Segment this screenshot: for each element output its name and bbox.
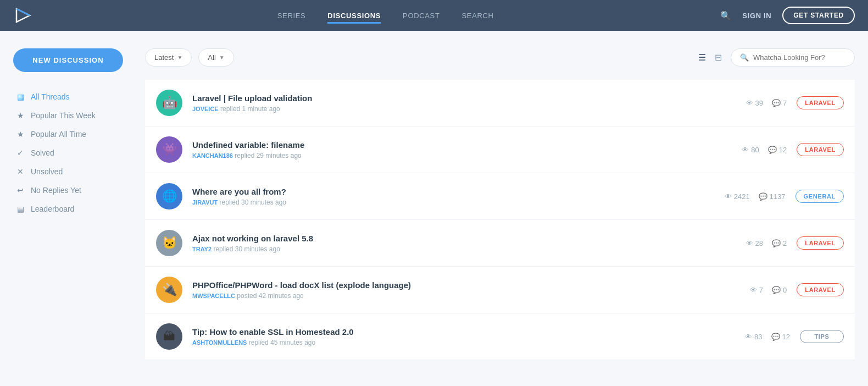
thread-author[interactable]: MWSPACELLC bbox=[192, 293, 235, 299]
thread-meta: JOVEICE replied 1 minute ago bbox=[192, 105, 700, 113]
logo[interactable] bbox=[13, 5, 33, 25]
thread-meta: KANCHAN186 replied 29 minutes ago bbox=[192, 152, 700, 159]
search-input[interactable] bbox=[753, 53, 845, 62]
view-icons: ☰ ⊟ bbox=[696, 50, 724, 65]
replies-icon: 💬 bbox=[772, 99, 781, 107]
thread-author[interactable]: JIRAVUT bbox=[192, 199, 218, 206]
thread-stats: 👁 2421 💬 1137 bbox=[709, 192, 786, 201]
popular-week-icon: ★ bbox=[15, 111, 25, 120]
sidebar-nav: ▦ All Threads ★ Popular This Week ★ Popu… bbox=[13, 87, 123, 218]
thread-item[interactable]: 🏔 Tip: How to enable SSL in Homestead 2.… bbox=[145, 313, 855, 360]
views-count: 2421 bbox=[734, 192, 750, 201]
thread-body: Laravel | File upload validation JOVEICE… bbox=[192, 93, 700, 113]
views-icon: 👁 bbox=[745, 333, 752, 341]
thread-title: Undefined variable: filename bbox=[192, 140, 700, 150]
list-view-icon[interactable]: ☰ bbox=[696, 50, 708, 65]
thread-author[interactable]: JOVEICE bbox=[192, 106, 219, 112]
navbar-right: 🔍 SIGN IN GET STARTED bbox=[720, 7, 855, 24]
sort-chevron-icon: ▼ bbox=[177, 54, 182, 60]
thread-author[interactable]: ASHTONMULLENS bbox=[192, 339, 247, 346]
replies-icon: 💬 bbox=[772, 239, 781, 247]
thread-avatar: 🤖 bbox=[156, 90, 182, 116]
thread-item[interactable]: 🔌 PHPOffice/PHPWord - load docX list (ex… bbox=[145, 267, 855, 313]
unsolved-icon: ✕ bbox=[15, 167, 25, 176]
thread-title: PHPOffice/PHPWord - load docX list (expl… bbox=[192, 280, 700, 290]
thread-action: replied bbox=[213, 245, 235, 253]
sidebar-label-leaderboard: Leaderboard bbox=[31, 205, 74, 213]
thread-stats: 👁 80 💬 12 bbox=[710, 146, 787, 154]
thread-tag[interactable]: LARAVEL bbox=[797, 143, 844, 156]
thread-views: 👁 7 bbox=[750, 286, 763, 294]
nav-links: SERIES DISCUSSIONS PODCAST SEARCH bbox=[51, 10, 720, 20]
thread-tag[interactable]: GENERAL bbox=[795, 190, 844, 203]
sidebar-label-all-threads: All Threads bbox=[31, 92, 70, 101]
all-threads-icon: ▦ bbox=[15, 92, 25, 101]
views-count: 28 bbox=[755, 239, 763, 247]
sidebar-item-no-replies[interactable]: ↩ No Replies Yet bbox=[13, 181, 123, 200]
thread-replies: 💬 7 bbox=[772, 99, 787, 107]
solved-icon: ✓ bbox=[15, 148, 25, 157]
nav-item-podcast[interactable]: PODCAST bbox=[403, 10, 439, 20]
thread-title: Ajax not working on laravel 5.8 bbox=[192, 234, 700, 243]
sidebar-item-popular-all[interactable]: ★ Popular All Time bbox=[13, 125, 123, 144]
sidebar-label-no-replies: No Replies Yet bbox=[31, 186, 81, 195]
thread-replies: 💬 1137 bbox=[759, 192, 786, 201]
sidebar-item-leaderboard[interactable]: ▤ Leaderboard bbox=[13, 200, 123, 218]
views-count: 39 bbox=[755, 99, 763, 107]
replies-count: 0 bbox=[783, 286, 787, 294]
replies-icon: 💬 bbox=[759, 192, 767, 201]
content-area: Latest ▼ All ▼ ☰ ⊟ 🔍 🤖 Laravel | File up… bbox=[145, 48, 855, 360]
getstarted-button[interactable]: GET STARTED bbox=[782, 7, 855, 24]
thread-body: Undefined variable: filename KANCHAN186 … bbox=[192, 140, 700, 159]
sidebar-label-solved: Solved bbox=[31, 148, 54, 157]
sidebar-item-solved[interactable]: ✓ Solved bbox=[13, 144, 123, 162]
thread-title: Laravel | File upload validation bbox=[192, 93, 700, 103]
thread-stats: 👁 83 💬 12 bbox=[713, 333, 790, 341]
sort-filter[interactable]: Latest ▼ bbox=[145, 48, 192, 67]
thread-body: Ajax not working on laravel 5.8 TRAY2 re… bbox=[192, 234, 700, 253]
thread-avatar: 🐱 bbox=[156, 230, 182, 256]
thread-author[interactable]: TRAY2 bbox=[192, 246, 212, 252]
thread-action: replied bbox=[235, 152, 256, 159]
thread-tag[interactable]: LARAVEL bbox=[797, 96, 844, 109]
new-discussion-button[interactable]: NEW DISCUSSION bbox=[13, 48, 123, 72]
category-label: All bbox=[208, 53, 215, 62]
thread-item[interactable]: 🤖 Laravel | File upload validation JOVEI… bbox=[145, 80, 855, 126]
nav-item-discussions[interactable]: DISCUSSIONS bbox=[327, 10, 381, 20]
thread-tag[interactable]: LARAVEL bbox=[797, 283, 844, 296]
main-container: NEW DISCUSSION ▦ All Threads ★ Popular T… bbox=[0, 31, 868, 378]
sidebar-item-popular-week[interactable]: ★ Popular This Week bbox=[13, 106, 123, 125]
popular-all-icon: ★ bbox=[15, 130, 25, 139]
thread-meta: TRAY2 replied 30 minutes ago bbox=[192, 245, 700, 253]
search-icon[interactable]: 🔍 bbox=[720, 10, 731, 21]
thread-action: replied bbox=[220, 198, 241, 206]
sort-label: Latest bbox=[154, 53, 174, 62]
nav-item-search[interactable]: SEARCH bbox=[462, 10, 494, 20]
thread-body: Where are you all from? JIRAVUT replied … bbox=[192, 187, 699, 206]
category-filter[interactable]: All ▼ bbox=[198, 48, 233, 67]
sidebar: NEW DISCUSSION ▦ All Threads ★ Popular T… bbox=[13, 48, 123, 360]
thread-author[interactable]: KANCHAN186 bbox=[192, 152, 233, 159]
sidebar-item-unsolved[interactable]: ✕ Unsolved bbox=[13, 162, 123, 181]
thread-action: posted bbox=[237, 292, 258, 300]
nav-item-series[interactable]: SERIES bbox=[277, 10, 306, 20]
thread-meta: JIRAVUT replied 30 minutes ago bbox=[192, 198, 699, 206]
search-bar-icon: 🔍 bbox=[740, 53, 749, 62]
replies-count: 12 bbox=[782, 333, 790, 341]
svg-line-1 bbox=[16, 9, 30, 15]
thread-item[interactable]: 👾 Undefined variable: filename KANCHAN18… bbox=[145, 126, 855, 173]
thread-meta: MWSPACELLC posted 42 minutes ago bbox=[192, 292, 700, 300]
replies-count: 1137 bbox=[770, 192, 786, 201]
thread-avatar: 🌐 bbox=[156, 183, 182, 209]
thread-item[interactable]: 🐱 Ajax not working on laravel 5.8 TRAY2 … bbox=[145, 220, 855, 267]
svg-marker-0 bbox=[16, 9, 30, 22]
no-replies-icon: ↩ bbox=[15, 186, 25, 195]
thread-tag[interactable]: LARAVEL bbox=[797, 236, 844, 250]
thread-item[interactable]: 🌐 Where are you all from? JIRAVUT replie… bbox=[145, 173, 855, 220]
sidebar-item-all-threads[interactable]: ▦ All Threads bbox=[13, 87, 123, 106]
thread-tag[interactable]: TIPS bbox=[800, 330, 844, 343]
thread-avatar: 👾 bbox=[156, 136, 182, 163]
grid-view-icon[interactable]: ⊟ bbox=[713, 50, 724, 65]
category-chevron-icon: ▼ bbox=[219, 54, 225, 60]
signin-link[interactable]: SIGN IN bbox=[742, 12, 771, 20]
